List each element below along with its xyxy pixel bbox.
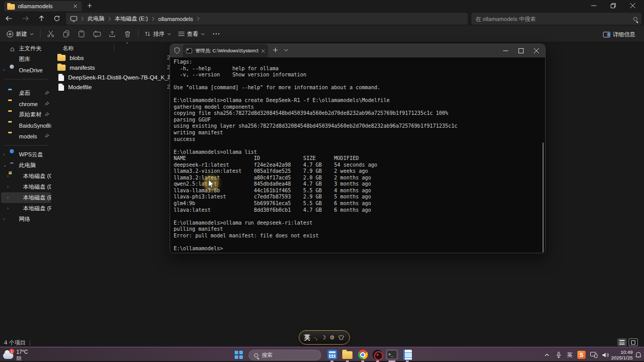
new-button[interactable]: 新建 (3, 27, 37, 41)
sidebar-item-label: 图库 (19, 55, 30, 63)
cut-button[interactable] (43, 27, 58, 41)
terminal-icon: >_ (387, 350, 397, 359)
back-button[interactable] (2, 13, 15, 24)
window-minimize-button[interactable] (584, 0, 604, 11)
ime-halfwidth-moon-icon[interactable]: ☽ (321, 335, 326, 340)
search-box[interactable] (471, 13, 641, 25)
terminal-tab-title: 管理员: C:\Windows\System32 (195, 48, 258, 54)
large-icons-view-toggle[interactable] (629, 338, 638, 346)
ime-settings-gear-icon[interactable]: ⚙ (329, 335, 335, 340)
sidebar-item-drive-e[interactable]: › 本地磁盘 (E:) (1, 192, 51, 203)
sidebar-item-network[interactable]: › 网络 (1, 214, 51, 225)
terminal-tab[interactable]: 管理员: C:\Windows\System32 (183, 44, 268, 57)
more-options-button[interactable] (209, 27, 224, 41)
chevron-right-icon[interactable]: › (7, 195, 12, 200)
sort-button[interactable]: 排序 (141, 27, 175, 41)
chevron-right-icon[interactable]: › (3, 68, 8, 72)
terminal-minimize-button[interactable] (497, 44, 514, 57)
input-language-indicator[interactable]: 英 (565, 348, 574, 362)
explorer-tab[interactable]: ollamamodels (4, 1, 82, 11)
breadcrumb[interactable]: 此电脑 本地磁盘 (E:) ollamamodels (66, 13, 468, 25)
tab-close-icon[interactable] (72, 3, 79, 10)
terminal-scrollbar[interactable] (543, 143, 544, 252)
weather-condition: 阴 (16, 355, 28, 361)
details-pane-button[interactable]: 详细信息 (599, 28, 639, 41)
ime-skin-icon[interactable] (338, 335, 344, 340)
rename-button[interactable] (89, 27, 105, 41)
taskbar-recorder-button[interactable] (371, 349, 384, 360)
breadcrumb-drive-e[interactable]: 本地磁盘 (E:) (115, 15, 148, 23)
sidebar-item-desktop[interactable]: 桌面 (1, 88, 51, 98)
chevron-right-icon[interactable]: › (3, 152, 8, 157)
copy-button[interactable] (58, 27, 74, 41)
taskbar-chrome-button[interactable] (357, 349, 369, 360)
details-view-toggle[interactable] (617, 338, 627, 346)
window-restore-button[interactable] (603, 0, 624, 11)
start-button[interactable] (235, 351, 243, 359)
share-button[interactable] (105, 27, 120, 41)
search-icon (633, 17, 637, 21)
sidebar-item-chrome[interactable]: chrome (1, 98, 51, 109)
chevron-right-icon[interactable]: › (7, 185, 12, 189)
file-row-modelfile[interactable]: Modelfile (54, 82, 177, 92)
sidebar-item-drive-f[interactable]: › 本地磁盘 (F:) (1, 203, 51, 214)
weather-widget[interactable]: 1 17°C 阴 (3, 349, 28, 361)
chevron-down-icon[interactable]: ⌄ (3, 163, 8, 168)
terminal-tab-close-icon[interactable] (261, 49, 265, 53)
sidebar-item-onedrive[interactable]: › OneDrive (1, 65, 51, 75)
breadcrumb-folder[interactable]: ollamamodels (158, 16, 193, 22)
ime-mode-indicator[interactable]: 英 (304, 333, 310, 342)
sidebar-item-gallery[interactable]: 图库 (1, 54, 51, 65)
column-separator[interactable] (114, 43, 114, 52)
tray-overflow-chevron[interactable] (542, 348, 552, 362)
ime-toolbar[interactable]: 英 ·, ☽ ⚙ (299, 330, 350, 345)
refresh-button[interactable] (50, 13, 64, 24)
microphone-icon[interactable] (554, 348, 563, 362)
terminal-output[interactable]: Flags: -h, --help help for ollama -v, --… (171, 57, 545, 252)
view-button[interactable]: 查看 (175, 27, 209, 41)
file-row-gguf[interactable]: DeepSeek-R1-Distill-Qwen-7B-Q4_K_M.gguf (54, 72, 177, 82)
sidebar-item-raw-material[interactable]: 原始素材 (1, 109, 51, 120)
sidebar-item-home[interactable]: 主文件夹 (1, 43, 51, 54)
taskbar-calculator-button[interactable] (326, 349, 338, 360)
forward-button[interactable] (18, 13, 32, 24)
chevron-right-icon[interactable]: › (7, 206, 12, 211)
taskbar-search[interactable]: 搜索 (248, 350, 321, 360)
sidebar-item-this-pc[interactable]: ⌄ 此电脑 (1, 160, 51, 171)
clock[interactable]: 10:49 2025/1/25 (611, 349, 633, 360)
up-button[interactable] (35, 13, 48, 24)
sidebar-item-models[interactable]: models (1, 131, 51, 142)
sogou-tray-icon[interactable]: S (576, 348, 587, 362)
file-row-blobs[interactable]: blobs (54, 53, 177, 63)
cast-screen-icon[interactable] (589, 348, 599, 362)
search-input[interactable] (475, 16, 633, 22)
terminal-maximize-button[interactable] (512, 44, 530, 57)
sidebar-item-wps-cloud[interactable]: › WPS云盘 (1, 149, 51, 160)
terminal-close-button[interactable] (528, 44, 545, 57)
taskbar-explorer-button[interactable] (341, 349, 354, 360)
taskbar-notepad-button[interactable] (401, 349, 413, 360)
volume-icon[interactable] (600, 348, 610, 362)
delete-button[interactable] (120, 27, 135, 41)
file-row-manifests[interactable]: manifests (54, 63, 177, 72)
sidebar-item-label: 主文件夹 (19, 45, 41, 52)
window-close-button[interactable] (622, 0, 643, 11)
taskbar-terminal-button[interactable]: >_ (386, 349, 398, 360)
sidebar-item-label: 桌面 (19, 89, 30, 97)
sidebar-item-drive-d[interactable]: › 本地磁盘 (D:) (1, 182, 51, 192)
terminal-tab-dropdown-icon[interactable] (284, 49, 288, 52)
notification-bell-icon[interactable] (634, 348, 643, 362)
running-indicator (361, 360, 364, 362)
breadcrumb-this-pc[interactable]: 此电脑 (88, 15, 105, 23)
sidebar-item-drive-c[interactable]: › 本地磁盘 (C:) (1, 171, 51, 182)
terminal-title-bar[interactable]: 管理员: C:\Windows\System32 (170, 44, 545, 57)
column-header-name[interactable]: 名称 (63, 45, 74, 52)
sidebar-item-baidusyncdisk[interactable]: BaiduSyncdisk (1, 120, 51, 131)
chevron-right-icon[interactable]: › (7, 174, 12, 178)
ime-punctuation-icon[interactable]: ·, (314, 335, 318, 340)
paste-button[interactable] (74, 27, 89, 41)
terminal-window: 管理员: C:\Windows\System32 Flags: -h, --he… (170, 44, 546, 253)
terminal-new-tab-icon[interactable] (273, 47, 278, 53)
new-tab-icon[interactable] (86, 2, 93, 9)
chevron-right-icon[interactable]: › (3, 217, 8, 222)
